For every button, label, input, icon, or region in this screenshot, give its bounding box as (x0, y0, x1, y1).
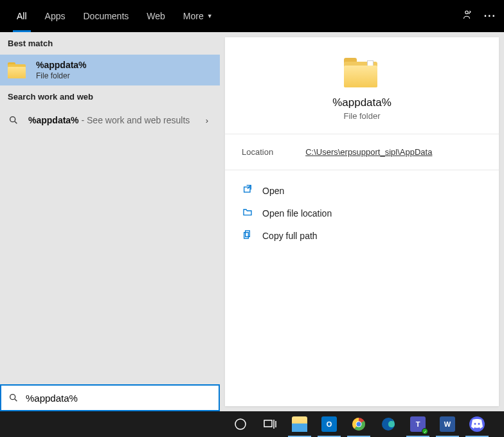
svg-point-9 (235, 419, 246, 429)
svg-rect-6 (244, 233, 249, 238)
folder-icon (8, 62, 27, 78)
feedback-icon[interactable] (461, 9, 473, 23)
preview-column: %appdata% File folder Location C:\Users\… (220, 32, 504, 411)
tab-all[interactable]: All (8, 0, 36, 32)
main-content: Best match %appdata% File folder Search … (0, 32, 504, 411)
svg-point-1 (10, 117, 15, 122)
web-result-text: %appdata% - See work and web results (28, 115, 190, 125)
taskbar-edge[interactable] (374, 411, 402, 437)
preview-card: %appdata% File folder Location C:\Users\… (225, 37, 499, 406)
svg-point-7 (10, 395, 15, 400)
folder-open-icon (242, 207, 253, 219)
action-copy-path-label: Copy full path (262, 231, 318, 241)
svg-rect-10 (264, 420, 272, 427)
tab-more[interactable]: More▼ (174, 0, 222, 32)
action-copy-path[interactable]: Copy full path (237, 224, 487, 247)
svg-line-2 (15, 121, 17, 123)
action-open-label: Open (262, 186, 284, 196)
open-icon (242, 184, 253, 197)
action-open[interactable]: Open (237, 179, 487, 202)
location-path[interactable]: C:\Users\erpsupport_sipl\AppData (305, 147, 432, 157)
search-work-web-header: Search work and web (0, 85, 220, 108)
result-text: %appdata% File folder (36, 60, 87, 80)
result-subtitle: File folder (36, 71, 87, 80)
taskbar-chrome[interactable] (345, 411, 373, 437)
actions-list: Open Open file location Copy full path (225, 170, 499, 256)
action-open-location[interactable]: Open file location (237, 202, 487, 224)
action-open-location-label: Open file location (262, 208, 332, 219)
best-match-header: Best match (0, 32, 220, 55)
preview-title: %appdata% (225, 96, 499, 109)
search-box[interactable] (0, 384, 220, 411)
location-row: Location C:\Users\erpsupport_sipl\AppDat… (225, 134, 499, 170)
search-icon (8, 114, 19, 126)
copy-icon (242, 229, 253, 242)
svg-point-17 (357, 422, 361, 427)
taskbar-discord[interactable] (463, 411, 491, 437)
folder-icon-large (344, 57, 380, 87)
more-options-icon[interactable]: ··· (484, 10, 496, 22)
svg-line-8 (15, 399, 17, 401)
web-search-result[interactable]: %appdata% - See work and web results › (0, 108, 220, 132)
tab-apps[interactable]: Apps (36, 0, 75, 32)
preview-header: %appdata% File folder (225, 37, 499, 134)
results-column: Best match %appdata% File folder Search … (0, 32, 220, 411)
taskbar-cortana[interactable] (226, 411, 255, 437)
best-match-result[interactable]: %appdata% File folder (0, 55, 220, 85)
location-label: Location (242, 147, 273, 157)
tab-web[interactable]: Web (138, 0, 174, 32)
svg-rect-3 (244, 187, 250, 192)
taskbar: O T ✓ W (0, 411, 504, 437)
chevron-right-icon: › (206, 116, 208, 125)
result-title: %appdata% (36, 60, 87, 70)
taskbar-file-explorer[interactable] (285, 411, 314, 437)
taskbar-outlook[interactable]: O (315, 411, 343, 437)
chevron-down-icon: ▼ (207, 13, 213, 19)
tabs-left-group: All Apps Documents Web More▼ (8, 0, 222, 32)
taskbar-task-view[interactable] (256, 411, 284, 437)
tabs-right-group: ··· (461, 9, 496, 23)
svg-point-0 (465, 11, 468, 14)
taskbar-teams[interactable]: T ✓ (404, 411, 432, 437)
search-input[interactable] (26, 393, 212, 404)
preview-subtitle: File folder (225, 111, 499, 121)
search-tabs-bar: All Apps Documents Web More▼ ··· (0, 0, 504, 32)
search-icon (8, 392, 19, 404)
status-badge-icon: ✓ (422, 428, 428, 434)
svg-rect-5 (246, 231, 250, 236)
tab-documents[interactable]: Documents (74, 0, 138, 32)
taskbar-word[interactable]: W (433, 411, 462, 437)
